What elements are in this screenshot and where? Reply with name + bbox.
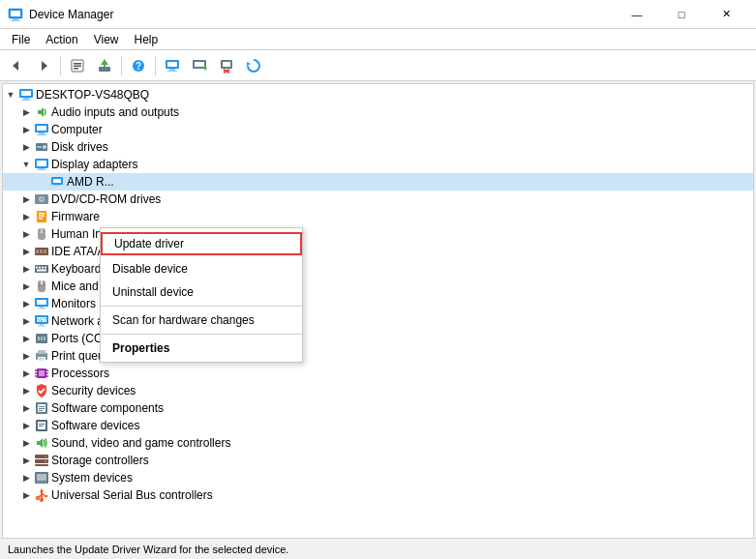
svg-rect-109	[37, 482, 40, 483]
tree-item-firmware[interactable]: ▶ Firmware	[3, 208, 753, 225]
menu-file[interactable]: File	[4, 31, 38, 48]
tree-item-computer[interactable]: ▶ Computer	[3, 121, 753, 138]
display-sub-expand	[34, 174, 49, 190]
svg-rect-31	[37, 126, 46, 131]
svg-text:?: ?	[136, 61, 141, 72]
svg-marker-11	[101, 59, 108, 67]
computer-view-button[interactable]	[160, 53, 185, 78]
svg-rect-33	[37, 134, 46, 135]
title-bar: Device Manager — □ ✕	[0, 0, 756, 29]
svg-rect-95	[39, 406, 45, 407]
update-driver-toolbar-button[interactable]	[92, 53, 117, 78]
ide-icon	[34, 244, 49, 259]
tree-item-usb[interactable]: ▶ Universal Serial Bus controllers	[3, 486, 753, 504]
scan-changes-button[interactable]	[241, 53, 266, 78]
properties-button[interactable]	[65, 53, 90, 78]
svg-rect-29	[21, 100, 31, 101]
svg-rect-74	[38, 326, 45, 327]
tree-item-software-components[interactable]: ▶ Software components	[3, 399, 753, 417]
usb-expand: ▶	[18, 487, 34, 503]
svg-rect-78	[41, 337, 43, 340]
tree-item-processors[interactable]: ▶ Processors	[3, 365, 753, 382]
svg-rect-100	[39, 424, 45, 425]
svg-rect-27	[21, 91, 31, 96]
svg-marker-25	[247, 62, 251, 66]
forward-button[interactable]	[31, 53, 56, 78]
print-expand: ▶	[18, 348, 34, 364]
tree-item-dvd[interactable]: ▶ DVD/CD-ROM drives	[3, 191, 753, 208]
svg-rect-77	[38, 337, 40, 340]
menu-bar: File Action View Help	[0, 29, 756, 50]
svg-rect-83	[39, 358, 45, 359]
display-icon	[34, 157, 49, 172]
close-button[interactable]: ✕	[704, 0, 748, 29]
tree-item-audio[interactable]: ▶ Audio inputs and outputs	[3, 103, 753, 121]
system-icon	[34, 470, 49, 485]
firmware-label: Firmware	[51, 210, 100, 223]
tree-root[interactable]: ▼ DESKTOP-VS48QBQ	[3, 86, 753, 103]
tree-item-system[interactable]: ▶ System devices	[3, 469, 753, 486]
svg-rect-15	[167, 62, 177, 67]
tree-item-security[interactable]: ▶ Security devices	[3, 382, 753, 399]
processors-expand: ▶	[18, 366, 34, 381]
software-devices-expand: ▶	[18, 418, 34, 433]
svg-rect-69	[40, 307, 44, 309]
monitors-expand: ▶	[18, 296, 34, 311]
system-expand: ▶	[18, 470, 34, 485]
svg-rect-10	[99, 67, 110, 72]
uninstall-button[interactable]	[214, 53, 239, 78]
window-title: Device Manager	[29, 8, 113, 21]
svg-rect-101	[39, 426, 43, 427]
menu-action[interactable]: Action	[38, 31, 85, 48]
root-icon	[18, 87, 34, 103]
dvd-label: DVD/CD-ROM drives	[51, 192, 161, 206]
add-hardware-button[interactable]: +	[187, 53, 212, 78]
svg-rect-61	[42, 267, 44, 269]
svg-rect-32	[39, 132, 45, 134]
security-label: Security devices	[51, 384, 136, 397]
tree-item-sound[interactable]: ▶ Sound, video and game controllers	[3, 434, 753, 452]
tree-item-display[interactable]: ▼ Display adapters	[3, 156, 753, 173]
monitors-icon	[34, 296, 49, 311]
ctx-disable-device[interactable]: Disable device	[101, 257, 302, 280]
firmware-icon	[34, 209, 49, 224]
tree-item-display-sub[interactable]: AMD R...	[3, 173, 753, 191]
ctx-update-driver[interactable]: Update driver	[101, 232, 302, 255]
tree-item-software-devices[interactable]: ▶ Software devices	[3, 417, 753, 434]
svg-marker-113	[40, 489, 44, 492]
ctx-scan-hardware[interactable]: Scan for hardware changes	[101, 309, 302, 332]
menu-help[interactable]: Help	[127, 31, 166, 48]
sound-label: Sound, video and game controllers	[51, 436, 230, 450]
svg-rect-58	[35, 265, 48, 273]
disk-icon	[34, 139, 49, 155]
keyboards-icon	[34, 261, 49, 277]
tree-item-storage[interactable]: ▶ Storage controllers	[3, 452, 753, 469]
ctx-uninstall-device[interactable]: Uninstall device	[101, 280, 302, 304]
svg-rect-62	[45, 267, 46, 269]
toolbar-sep-3	[155, 56, 156, 75]
help-button[interactable]: ?	[126, 53, 151, 78]
svg-rect-56	[40, 250, 43, 253]
title-bar-left: Device Manager	[8, 7, 113, 22]
svg-rect-57	[44, 250, 46, 253]
mice-icon	[34, 279, 49, 294]
print-icon	[34, 348, 49, 364]
menu-view[interactable]: View	[86, 31, 127, 48]
minimize-button[interactable]: —	[615, 0, 659, 29]
svg-rect-63	[37, 270, 46, 272]
svg-point-46	[41, 198, 43, 200]
svg-rect-49	[39, 216, 45, 218]
back-button[interactable]	[4, 53, 29, 78]
software-devices-icon	[34, 418, 49, 433]
svg-rect-97	[39, 410, 43, 411]
ctx-properties[interactable]: Properties	[101, 337, 302, 360]
maximize-button[interactable]: □	[659, 0, 704, 29]
app-icon	[8, 7, 23, 22]
svg-rect-8	[74, 65, 81, 67]
svg-rect-104	[35, 464, 48, 466]
mice-expand: ▶	[18, 279, 34, 294]
toolbar-sep-1	[60, 56, 61, 75]
svg-rect-36	[37, 146, 42, 148]
tree-item-disk[interactable]: ▶ Disk drives	[3, 138, 753, 156]
ctx-separator-2	[101, 334, 302, 335]
